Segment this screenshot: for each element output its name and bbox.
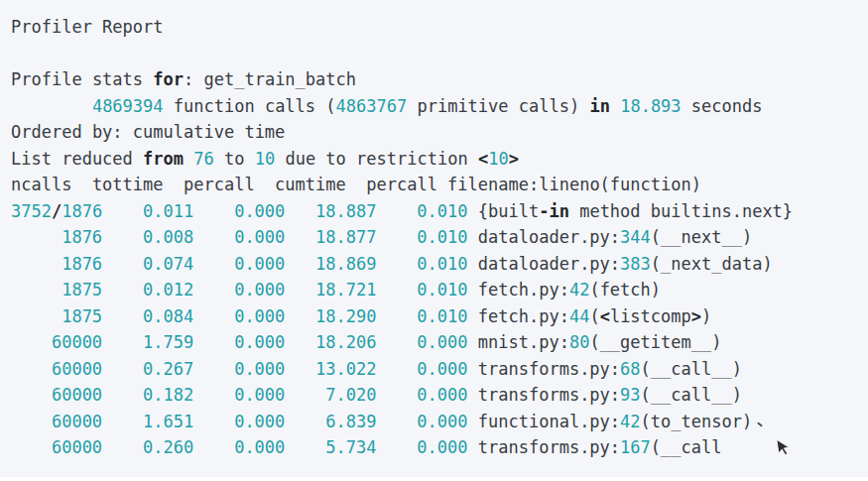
code-segment: 10 (488, 149, 508, 169)
code-segment: (fetch) (589, 280, 661, 300)
cell-cumtime: 18.721 (296, 277, 377, 303)
code-segment: 0.267 (143, 359, 193, 379)
code-segment: (__call (651, 437, 722, 457)
code-segment: 0.000 (234, 254, 285, 274)
cell-cumtime: 18.290 (296, 303, 377, 330)
cell-func: dataloader.py:383(_next_data) (478, 251, 868, 278)
code-segment: ) (701, 306, 711, 326)
code-segment: for (153, 69, 184, 89)
code-segment: 60000 (52, 332, 102, 352)
code-segment: 4869394 (92, 96, 164, 116)
code-segment: transforms.py: (478, 385, 620, 405)
report-title: Profiler Report (11, 14, 868, 41)
code-segment: 0.010 (417, 201, 467, 221)
cell-ncalls: 1875 (11, 277, 102, 303)
cell-percall: 0.000 (203, 303, 285, 330)
cell-percall: 0.000 (203, 198, 285, 225)
cell-percall_cum: 0.000 (387, 409, 468, 435)
code-segment: ncalls tottime percall cumtime percall f… (11, 175, 701, 194)
code-segment: 1876 (62, 227, 102, 247)
cell-percall_cum: 0.000 (387, 356, 468, 383)
cell-tottime: 0.074 (112, 251, 193, 278)
cell-percall_cum: 0.010 (387, 303, 468, 330)
cell-cumtime: 7.020 (296, 382, 377, 409)
code-segment: 0.008 (143, 227, 193, 247)
cell-ncalls: 1875 (11, 303, 102, 330)
cell-ncalls: 3752/1876 (11, 198, 102, 225)
cell-percall_cum: 0.010 (387, 277, 468, 303)
cell-percall: 0.000 (203, 356, 285, 383)
code-segment: 0.000 (234, 412, 285, 431)
cell-func: fetch.py:42(fetch) (478, 277, 868, 303)
code-segment: 4863767 (336, 96, 408, 116)
code-segment: 0.000 (417, 437, 467, 457)
code-segment: 0.000 (417, 332, 467, 352)
code-segment: 80 (569, 332, 589, 352)
code-segment: 0.182 (143, 385, 193, 405)
cell-func: transforms.py:68(__call__) (478, 356, 868, 383)
cell-percall_cum: 0.000 (387, 329, 468, 356)
cell-ncalls: 60000 (11, 409, 102, 435)
code-segment: seconds (682, 96, 763, 116)
code-segment: 42 (569, 280, 589, 300)
table-row: 3752/18760.0110.00018.8870.010{built-in … (11, 198, 868, 225)
code-segment: < (478, 149, 488, 169)
table-row: 600000.1820.0007.0200.000transforms.py:9… (11, 382, 868, 409)
code-segment: 1.651 (143, 412, 193, 431)
cell-percall_cum: 0.000 (387, 382, 468, 409)
code-segment: 13.022 (315, 359, 376, 379)
code-segment: transforms.py: (478, 437, 620, 457)
ordered-by-line: Ordered by: cumulative time (11, 119, 868, 146)
code-segment: fetch.py: (478, 306, 569, 326)
code-segment: 18.877 (315, 227, 376, 247)
code-segment: 93 (620, 385, 640, 405)
cell-percall: 0.000 (203, 382, 285, 409)
code-segment: > (509, 149, 519, 169)
code-segment: dataloader.py: (478, 254, 620, 274)
cell-func: mnist.py:80(__getitem__) (478, 329, 868, 356)
cell-func: functional.py:42(to_tensor) (478, 409, 868, 435)
code-segment: 0.011 (143, 201, 193, 221)
cell-percall_cum: 0.010 (387, 198, 468, 225)
code-segment: 18.893 (620, 96, 681, 116)
cell-ncalls: 60000 (11, 382, 102, 409)
code-segment: 18.887 (315, 201, 376, 221)
table-row: 600000.2600.0005.7340.000transforms.py:1… (11, 434, 868, 461)
cell-percall: 0.000 (203, 434, 285, 461)
code-segment: (__call__) (641, 385, 742, 405)
code-segment: fetch.py: (478, 280, 569, 300)
cell-percall: 0.000 (203, 224, 285, 251)
code-segment: 60000 (52, 412, 102, 431)
cell-cumtime: 18.887 (296, 198, 377, 225)
table-row: 600001.7590.00018.2060.000mnist.py:80(__… (11, 329, 868, 356)
code-segment: 0.000 (417, 412, 467, 431)
code-segment: 0.000 (234, 332, 285, 352)
page-bottom-strip (0, 477, 868, 481)
code-segment: 0.084 (143, 306, 193, 326)
cell-cumtime: 18.869 (296, 251, 377, 278)
table-row: 18750.0840.00018.2900.010fetch.py:44(<li… (11, 303, 868, 330)
code-segment (184, 149, 193, 169)
code-segment: 0.000 (234, 280, 285, 300)
cell-percall_cum: 0.000 (387, 434, 468, 461)
code-segment: (_next_data) (651, 254, 773, 274)
code-segment: 0.260 (143, 437, 193, 457)
cell-tottime: 0.084 (112, 303, 193, 330)
code-segment: (__getitem__) (589, 332, 721, 352)
code-segment: mnist.py: (478, 332, 569, 352)
cell-ncalls: 60000 (11, 434, 102, 461)
cell-percall: 0.000 (203, 409, 285, 435)
code-segment: 383 (620, 254, 651, 274)
cell-cumtime: 18.877 (296, 224, 377, 251)
cell-cumtime: 18.206 (296, 329, 377, 356)
table-row: 18750.0120.00018.7210.010fetch.py:42(fet… (11, 277, 868, 303)
code-segment: 0.000 (234, 359, 285, 379)
code-segment: primitive calls) (407, 96, 589, 116)
code-segment: 0.000 (234, 227, 285, 247)
code-segment: 6.839 (325, 412, 376, 431)
code-segment: due to restriction (275, 149, 478, 169)
cell-ncalls: 60000 (11, 356, 102, 383)
code-segment (610, 96, 620, 116)
code-segment: Profile stats (11, 69, 153, 89)
code-segment: method builtins.next} (569, 201, 793, 221)
